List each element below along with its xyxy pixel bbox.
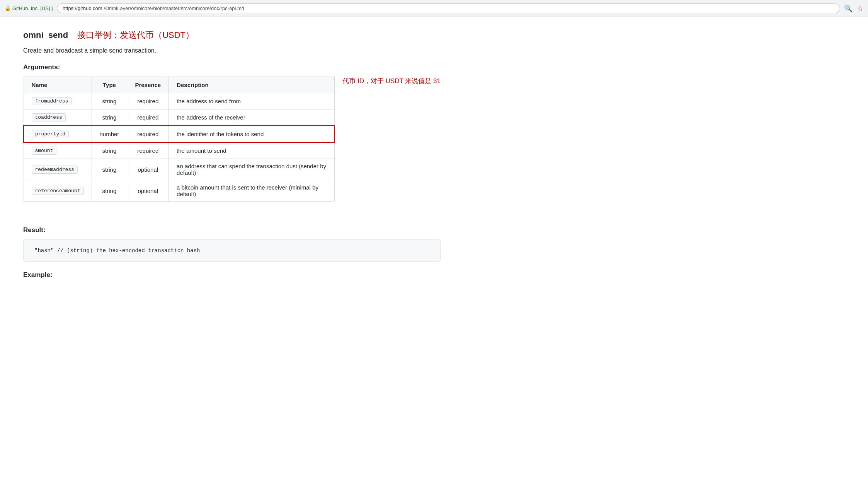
table-section: Name Type Presence Description fromaddre… [23, 77, 441, 214]
cell-presence: optional [127, 159, 169, 180]
arguments-heading: Arguments: [23, 63, 441, 71]
col-description-header: Description [169, 77, 335, 93]
param-name: toaddress [32, 113, 66, 121]
url-bar[interactable]: https://github.com /OmniLayer/omnicore/b… [57, 3, 840, 13]
cell-presence: required [127, 142, 169, 159]
example-heading: Example: [23, 271, 441, 279]
cell-type: string [92, 159, 127, 180]
search-icon[interactable]: 🔍 [844, 4, 853, 13]
table-row: toaddressstringrequiredthe address of th… [24, 109, 334, 126]
browser-actions: 🔍 ☆ [844, 4, 863, 13]
col-name-header: Name [24, 77, 92, 93]
cell-name: referenceamount [24, 180, 92, 202]
page-title: omni_send [23, 30, 68, 40]
separator: | [52, 5, 53, 11]
lock-icon: 🔒 [5, 5, 11, 11]
propertyid-annotation: 代币 ID，对于 USDT 来说值是 31 [335, 77, 441, 85]
result-code: "hash" // (string) the hex-encoded trans… [34, 248, 200, 254]
cell-type: string [92, 180, 127, 202]
cell-presence: optional [127, 180, 169, 202]
result-code-block: "hash" // (string) the hex-encoded trans… [23, 239, 441, 262]
cell-description: the address of the receiver [169, 109, 335, 126]
cell-name: toaddress [24, 109, 92, 126]
table-row: propertyidnumberrequiredthe identifier o… [24, 126, 334, 142]
browser-bar: 🔒 GitHub, Inc. [US] | https://github.com… [0, 0, 868, 17]
cell-name: fromaddress [24, 93, 92, 109]
cell-description: an address that can spend the transactio… [169, 159, 335, 180]
cell-type: string [92, 93, 127, 109]
result-heading: Result: [23, 226, 441, 234]
col-type-header: Type [92, 77, 127, 93]
cell-name: amount [24, 142, 92, 159]
page-subtitle: 接口举例：发送代币（USDT） [77, 29, 194, 41]
col-presence-header: Presence [127, 77, 169, 93]
cell-type: number [92, 126, 127, 142]
url-path: /OmniLayer/omnicore/blob/master/src/omni… [104, 5, 244, 11]
security-label: GitHub, Inc. [US] [12, 5, 50, 11]
result-section: Result: "hash" // (string) the hex-encod… [23, 226, 441, 262]
table-row: redeemaddressstringoptionalan address th… [24, 159, 334, 180]
param-name: redeemaddress [32, 166, 78, 174]
table-row: amountstringrequiredthe amount to send [24, 142, 334, 159]
param-name: propertyid [32, 130, 69, 138]
arguments-table: Name Type Presence Description fromaddre… [23, 77, 335, 202]
param-name: amount [32, 147, 57, 155]
page-content: omni_send 接口举例：发送代币（USDT） Create and bro… [0, 17, 464, 308]
cell-description: the address to send from [169, 93, 335, 109]
cell-presence: required [127, 109, 169, 126]
cell-type: string [92, 142, 127, 159]
page-description: Create and broadcast a simple send trans… [23, 47, 441, 54]
cell-name: propertyid [24, 126, 92, 142]
cell-type: string [92, 109, 127, 126]
cell-presence: required [127, 93, 169, 109]
param-name: fromaddress [32, 97, 72, 105]
bookmark-icon[interactable]: ☆ [857, 4, 863, 13]
table-header-row: Name Type Presence Description [24, 77, 334, 93]
cell-description: a bitcoin amount that is sent to the rec… [169, 180, 335, 202]
cell-description: the identifier of the tokens to send [169, 126, 335, 142]
table-row: referenceamountstringoptionala bitcoin a… [24, 180, 334, 202]
title-row: omni_send 接口举例：发送代币（USDT） [23, 29, 441, 41]
cell-description: the amount to send [169, 142, 335, 159]
url-origin: https://github.com [63, 5, 102, 11]
cell-name: redeemaddress [24, 159, 92, 180]
table-row: fromaddressstringrequiredthe address to … [24, 93, 334, 109]
param-name: referenceamount [32, 187, 84, 195]
security-indicator: 🔒 GitHub, Inc. [US] | [5, 5, 53, 11]
cell-presence: required [127, 126, 169, 142]
